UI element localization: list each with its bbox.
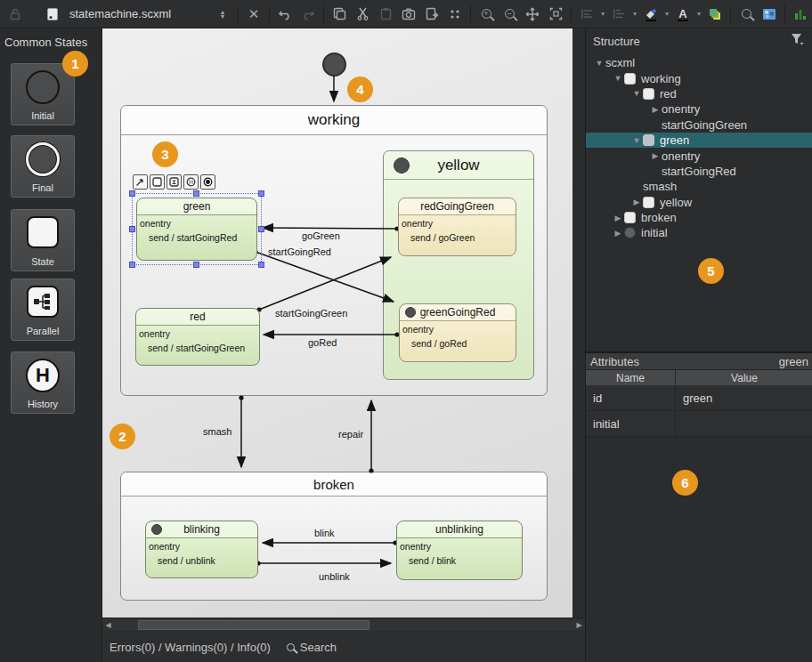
history-tool-icon[interactable]: H [183,174,199,190]
state-tool-icon[interactable] [150,174,165,190]
tree-item-onentry[interactable]: ▶onentry [586,101,812,117]
expand-down-icon[interactable]: ▼ [593,59,605,68]
state-greenGoingRed-title[interactable]: greenGoingRed [400,304,516,321]
expand-right-icon[interactable]: ▶ [649,151,662,160]
attribute-value[interactable] [676,411,812,436]
horizontal-scroll-thumb[interactable] [138,620,369,630]
filter-icon[interactable] [791,33,804,49]
expand-right-icon[interactable]: ▶ [630,198,643,206]
font-color-dropdown-icon[interactable]: ▾ [694,10,703,18]
fill-color-icon[interactable] [639,4,662,25]
resize-handle-s[interactable] [193,262,199,268]
tree-item-broken[interactable]: ▶broken [586,210,812,225]
palette-parallel-label: Parallel [27,326,60,336]
transition-smash[interactable]: smash [203,426,231,437]
search-icon[interactable] [735,4,758,25]
state-greenGoingRed[interactable]: greenGoingRed onentry send / goRed [399,303,516,362]
expand-down-icon[interactable]: ▼ [630,136,643,145]
resize-handle-n[interactable] [193,190,199,197]
palette-state[interactable]: State [11,209,75,271]
transition-repair[interactable]: repair [338,429,363,440]
state-green-title[interactable]: green [137,198,256,215]
lock-icon[interactable] [4,4,27,25]
navigator-icon[interactable] [758,4,781,25]
state-blinking-title[interactable]: blinking [146,521,257,538]
tree-item-startGoingRed[interactable]: startGoingRed [586,164,812,179]
state-chart-canvas[interactable]: working yellow broken [102,28,572,618]
color-theme-icon[interactable] [703,4,727,25]
resize-handle-ne[interactable] [258,190,264,197]
transition-startGoingGreen[interactable]: startGoingGreen [275,308,347,319]
resize-handle-e[interactable] [258,226,264,232]
transition-unblink[interactable]: unblink [319,571,350,582]
pan-icon[interactable] [521,4,544,25]
state-red[interactable]: red onentry send / startGoingGreen [135,308,260,366]
transition-goGreen[interactable]: goGreen [302,230,340,241]
state-red-title[interactable]: red [136,309,259,326]
transition-goRed[interactable]: goRed [308,337,337,348]
search-toggle[interactable]: Search [287,641,337,654]
tree-item-red[interactable]: ▼red [586,86,812,101]
transition-startGoingRed[interactable]: startGoingRed [268,246,331,257]
align-dropdown-icon[interactable]: ▾ [598,10,607,18]
state-unblinking-title[interactable]: unblinking [397,521,522,538]
fill-color-dropdown-icon[interactable]: ▾ [662,10,671,18]
resize-handle-se[interactable] [258,262,264,268]
resize-handle-sw[interactable] [129,262,135,268]
expand-right-icon[interactable]: ▶ [649,105,662,114]
tree-item-onentry[interactable]: ▶onentry [586,148,812,163]
tree-item-green[interactable]: ▼green [586,133,812,148]
search-icon [287,643,295,651]
copy-icon[interactable] [328,4,351,25]
statistics-icon[interactable] [789,4,812,25]
resize-handle-w[interactable] [129,226,135,232]
tree-item-label: onentry [662,102,700,116]
scroll-right-icon[interactable]: ▶ [573,619,585,631]
palette-final[interactable]: Final [11,135,75,198]
tree-item-smash[interactable]: smash [586,179,812,194]
screenshot-icon[interactable] [397,4,420,25]
snap-grid-icon[interactable] [443,4,467,25]
resize-handle-nw[interactable] [129,190,135,197]
paste-icon[interactable] [374,4,397,25]
export-image-icon[interactable] [420,4,443,25]
svg-text:A: A [678,7,687,20]
tree-item-initial[interactable]: ▶initial [586,225,812,240]
font-color-icon[interactable]: A [671,4,694,25]
cut-icon[interactable] [351,4,374,25]
transition-tool-icon[interactable] [133,174,148,190]
state-blinking[interactable]: blinking onentry send / unblink [145,521,258,578]
final-tool-icon[interactable] [200,174,215,190]
parallel-tool-icon[interactable] [166,174,182,190]
tree-item-startGoingGreen[interactable]: startGoingGreen [586,117,812,133]
attribute-value[interactable]: green [676,385,812,410]
expand-down-icon[interactable]: ▼ [630,89,643,98]
undo-icon[interactable] [273,4,296,25]
file-switcher-spinner[interactable]: ▲▼ [211,4,234,25]
adjust-dropdown-icon[interactable]: ▾ [630,10,639,18]
tree-item-yellow[interactable]: ▶yellow [586,195,812,210]
state-redGoingGreen-title[interactable]: redGoingGreen [399,198,516,215]
horizontal-scrollbar[interactable]: ◀ ▶ [102,618,585,631]
scroll-left-icon[interactable]: ◀ [102,619,114,631]
state-unblinking[interactable]: unblinking onentry send / blink [396,521,523,580]
issues-toggle[interactable]: Errors(0) / Warnings(0) / Info(0) [110,641,271,654]
tree-item-scxml[interactable]: ▼scxml [586,55,812,70]
align-icon[interactable] [575,4,598,25]
tree-item-working[interactable]: ▼working [586,70,812,85]
state-redGoingGreen[interactable]: redGoingGreen onentry send / goGreen [398,198,516,256]
palette-parallel[interactable]: Parallel [11,279,75,341]
zoom-out-icon[interactable]: − [498,4,521,25]
palette-history[interactable]: H History [11,351,75,414]
expand-right-icon[interactable]: ▶ [612,214,624,222]
adjust-icon[interactable] [607,4,630,25]
close-document-icon[interactable]: ✕ [242,4,265,25]
transition-blink[interactable]: blink [314,528,335,538]
expand-down-icon[interactable]: ▼ [612,74,624,83]
fit-to-view-icon[interactable] [544,4,567,25]
zoom-in-icon[interactable]: + [475,4,498,25]
state-green[interactable]: green onentry send / startGoingRed [136,198,257,261]
expand-right-icon[interactable]: ▶ [612,229,624,238]
redo-icon[interactable] [296,4,320,25]
open-file-name[interactable]: statemachine.scxml [69,7,211,20]
